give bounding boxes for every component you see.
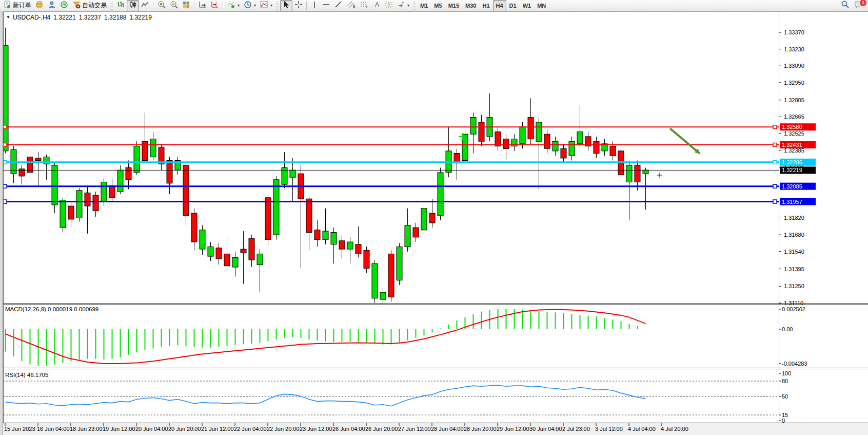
candle[interactable] <box>85 193 90 206</box>
line-anchor[interactable] <box>3 125 7 129</box>
candle[interactable] <box>347 242 353 249</box>
candle[interactable] <box>191 213 197 242</box>
candle[interactable] <box>356 244 361 254</box>
candle[interactable] <box>68 206 74 219</box>
candle[interactable] <box>44 157 49 164</box>
line-anchor[interactable] <box>3 160 7 164</box>
line-anchor[interactable] <box>773 125 777 129</box>
candle[interactable] <box>388 254 394 297</box>
trendline-button[interactable] <box>332 0 345 11</box>
label-button[interactable]: T <box>383 0 395 11</box>
candle[interactable] <box>577 132 583 144</box>
zoom-in-button[interactable] <box>155 0 168 11</box>
shapes-button[interactable]: ▾ <box>395 0 411 11</box>
channel-button[interactable]: E <box>345 0 358 11</box>
trend-arrow[interactable] <box>670 128 696 150</box>
notifications-button[interactable]: 1 <box>852 0 865 11</box>
candle[interactable] <box>241 249 246 253</box>
candle[interactable] <box>101 182 107 201</box>
line-chart-button[interactable] <box>139 0 151 11</box>
fibonacci-button[interactable]: F <box>358 0 371 11</box>
candle[interactable] <box>610 146 616 156</box>
candle[interactable] <box>167 161 172 183</box>
zoom-out-button[interactable] <box>168 0 180 11</box>
yellow-cube-button[interactable] <box>33 0 46 11</box>
indicators-button[interactable]: ▾ <box>225 0 242 11</box>
candle[interactable] <box>413 228 419 237</box>
text-button[interactable]: A <box>371 0 383 11</box>
candle[interactable] <box>200 230 205 249</box>
cursor-button[interactable] <box>280 0 292 11</box>
candle[interactable] <box>569 141 575 156</box>
candle[interactable] <box>495 132 501 146</box>
candle[interactable] <box>339 241 345 249</box>
profile-button[interactable] <box>46 0 58 11</box>
cross-marker[interactable] <box>657 173 662 178</box>
candle[interactable] <box>60 200 66 228</box>
signal-button[interactable] <box>58 0 70 11</box>
candle[interactable] <box>479 122 484 141</box>
new-order-button[interactable]: 新订单 <box>1 0 33 11</box>
chart-canvas[interactable]: 1.333701.332301.330901.329501.328051.326… <box>0 0 868 435</box>
candle[interactable] <box>249 238 254 260</box>
candle[interactable] <box>52 165 57 205</box>
candle[interactable] <box>421 209 427 230</box>
timeframe-mn-button[interactable]: MN <box>534 0 549 11</box>
candle[interactable] <box>76 191 82 218</box>
line-anchor[interactable] <box>3 143 7 146</box>
candle[interactable] <box>635 165 640 182</box>
candle[interactable] <box>150 139 156 157</box>
candle[interactable] <box>462 134 468 160</box>
candle[interactable] <box>380 292 386 299</box>
candle[interactable] <box>109 186 115 198</box>
candle[interactable] <box>93 195 98 211</box>
candle[interactable] <box>290 170 295 177</box>
line-anchor[interactable] <box>773 143 777 146</box>
timeframe-m5-button[interactable]: M5 <box>431 0 445 11</box>
auto-scroll-button[interactable] <box>196 0 209 11</box>
timeframe-w1-button[interactable]: W1 <box>520 0 535 11</box>
candle[interactable] <box>265 198 271 240</box>
candle[interactable] <box>528 118 534 139</box>
line-anchor[interactable] <box>3 200 7 203</box>
periods-button[interactable]: ▾ <box>242 0 258 11</box>
candle[interactable] <box>372 263 378 298</box>
candle[interactable] <box>594 141 599 153</box>
candle[interactable] <box>438 173 443 216</box>
candle[interactable] <box>544 134 550 148</box>
candle[interactable] <box>364 250 369 268</box>
candle[interactable] <box>126 168 131 180</box>
candle[interactable] <box>134 146 140 173</box>
candle[interactable] <box>224 254 230 266</box>
candle[interactable] <box>232 257 238 267</box>
chart-shift-button[interactable] <box>209 0 221 11</box>
candle[interactable] <box>331 233 337 244</box>
timeframe-m30-button[interactable]: M30 <box>462 0 479 11</box>
candle[interactable] <box>553 141 558 151</box>
candle[interactable] <box>273 180 279 235</box>
candle[interactable] <box>142 141 148 160</box>
candle[interactable] <box>429 213 435 223</box>
candle[interactable] <box>405 225 410 247</box>
candle[interactable] <box>183 165 189 216</box>
candle[interactable] <box>117 170 123 192</box>
timeframe-d1-button[interactable]: D1 <box>506 0 520 11</box>
line-anchor[interactable] <box>773 160 777 164</box>
tile-windows-button[interactable] <box>180 0 192 11</box>
candle[interactable] <box>208 247 213 256</box>
line-anchor[interactable] <box>773 184 777 188</box>
candle[interactable] <box>323 231 328 239</box>
vline-button[interactable] <box>309 0 320 11</box>
autotrading-button[interactable]: 自动交易 <box>70 0 109 11</box>
search-button[interactable] <box>839 0 852 11</box>
line-anchor[interactable] <box>773 200 777 203</box>
candlestick-chart-button[interactable] <box>127 0 139 11</box>
candle[interactable] <box>520 127 525 144</box>
line-anchor[interactable] <box>3 184 7 188</box>
candle[interactable] <box>470 118 476 135</box>
candle[interactable] <box>306 199 312 232</box>
candle[interactable] <box>216 248 222 259</box>
candle[interactable] <box>314 230 320 240</box>
candle[interactable] <box>626 165 632 182</box>
candle[interactable] <box>536 122 542 141</box>
